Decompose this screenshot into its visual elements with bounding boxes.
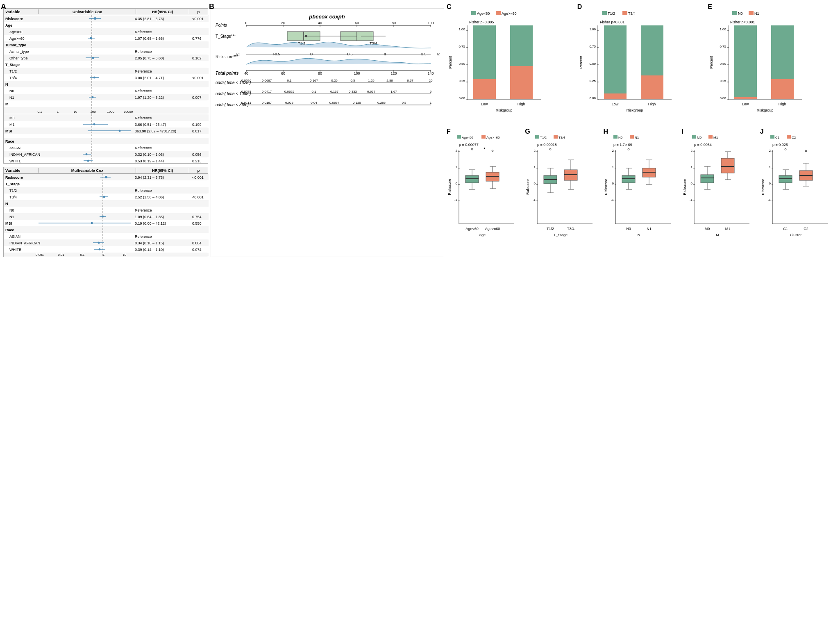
- svg-rect-430: [721, 158, 734, 173]
- svg-text:N: N: [5, 82, 8, 87]
- boxplot-g: T1/2 T3/4 p = 0.00018 2 1 0: [525, 134, 597, 244]
- svg-text:0.0526: 0.0526: [241, 79, 252, 82]
- svg-text:M: M: [5, 102, 9, 106]
- svg-text:Low: Low: [742, 102, 749, 106]
- svg-text:N0: N0: [738, 11, 743, 16]
- svg-text:10: 10: [123, 253, 127, 256]
- svg-text:-1: -1: [768, 198, 771, 202]
- svg-rect-424: [701, 175, 714, 183]
- svg-text:-0.5: -0.5: [274, 52, 280, 56]
- svg-rect-6: [4, 94, 209, 100]
- svg-text:Riskscore: Riskscore: [447, 179, 452, 195]
- svg-point-29: [92, 57, 94, 59]
- svg-point-37: [93, 77, 95, 79]
- svg-text:Age<60: Age<60: [477, 11, 490, 16]
- svg-text:Riskscore: Riskscore: [5, 17, 23, 21]
- svg-text:-1: -1: [237, 52, 240, 56]
- svg-rect-344: [554, 135, 558, 139]
- svg-text:3.08 (2.01 – 4.71): 3.08 (2.01 – 4.71): [135, 76, 164, 80]
- svg-rect-2: [4, 41, 209, 48]
- svg-text:120: 120: [390, 71, 397, 75]
- univariable-forest-plot: Riskscore 4.35 (2.81 – 6.73) <0.001 Age …: [4, 15, 209, 114]
- boxplot-h: N0 N1 p = 1.7e-09 2 1 0: [603, 134, 675, 244]
- svg-text:Age>=60: Age>=60: [486, 136, 500, 139]
- svg-text:0.25: 0.25: [331, 79, 338, 82]
- svg-text:M1: M1: [713, 136, 718, 139]
- svg-text:1.5: 1.5: [421, 52, 427, 56]
- svg-text:N: N: [5, 202, 8, 206]
- svg-text:0.084: 0.084: [192, 241, 202, 245]
- svg-text:0.25: 0.25: [459, 79, 465, 83]
- svg-text:100: 100: [427, 21, 434, 25]
- bar-chart-d: T1/2 T3/4 Fisher p<0.001 0.00 0.25 0.50: [577, 9, 698, 124]
- svg-point-315: [492, 150, 493, 152]
- svg-text:T_Stage: T_Stage: [554, 233, 568, 237]
- svg-text:0.754: 0.754: [192, 215, 202, 219]
- svg-rect-3: [4, 55, 209, 61]
- svg-text:N1: N1: [647, 227, 652, 231]
- svg-rect-253: [510, 25, 533, 66]
- svg-text:80: 80: [318, 71, 322, 75]
- svg-text:1000: 1000: [107, 110, 114, 114]
- svg-text:1: 1: [612, 165, 614, 169]
- svg-text:20: 20: [429, 79, 433, 82]
- svg-text:3.66 (0.51 – 26.47): 3.66 (0.51 – 26.47): [135, 123, 166, 127]
- svg-text:0.074: 0.074: [192, 248, 202, 252]
- svg-text:0.50: 0.50: [589, 62, 596, 66]
- svg-text:363.90 (2.82 – 47017.20): 363.90 (2.82 – 47017.20): [135, 129, 176, 133]
- svg-text:2: 2: [612, 149, 614, 153]
- svg-text:Age: Age: [479, 233, 486, 237]
- svg-point-158: [305, 35, 307, 37]
- svg-point-21: [90, 37, 92, 39]
- svg-text:-1: -1: [454, 198, 458, 202]
- univariable-forest-plot-cont: M0 Reference M1 3.66 (0.51 – 26.47) 0.19…: [4, 114, 209, 137]
- svg-text:0.00: 0.00: [589, 96, 596, 100]
- svg-text:2.86: 2.86: [386, 79, 393, 82]
- svg-text:pbccox coxph: pbccox coxph: [309, 14, 345, 20]
- svg-text:0.776: 0.776: [192, 36, 202, 41]
- svg-rect-302: [734, 97, 757, 99]
- svg-text:40: 40: [318, 21, 322, 25]
- uni-col-hr: HR(95% CI): [136, 9, 189, 14]
- svg-text:0.286: 0.286: [377, 101, 386, 105]
- svg-rect-53: [4, 114, 209, 121]
- svg-text:1: 1: [690, 165, 692, 169]
- svg-rect-301: [734, 25, 757, 97]
- svg-text:N0: N0: [618, 136, 623, 139]
- svg-text:0.667: 0.667: [367, 90, 376, 93]
- panel-j-label: J: [760, 128, 764, 135]
- svg-text:2: 2: [769, 149, 771, 153]
- svg-text:0.1: 0.1: [80, 253, 85, 256]
- svg-text:Low: Low: [481, 102, 488, 106]
- svg-text:3.94 (2.31 – 6.73): 3.94 (2.31 – 6.73): [135, 175, 164, 180]
- svg-text:0.017: 0.017: [192, 129, 202, 133]
- svg-text:10: 10: [74, 110, 77, 114]
- svg-rect-277: [604, 93, 627, 99]
- svg-rect-437: [770, 135, 774, 139]
- svg-text:M1: M1: [725, 227, 730, 231]
- svg-rect-304: [771, 79, 794, 99]
- svg-text:Fisher p<0.001: Fisher p<0.001: [600, 20, 624, 24]
- svg-rect-408: [708, 135, 713, 139]
- svg-text:Age>=60: Age>=60: [502, 11, 517, 16]
- svg-rect-254: [510, 66, 533, 99]
- svg-rect-406: [692, 135, 696, 139]
- svg-text:T3/4: T3/4: [9, 195, 17, 199]
- svg-rect-4: [4, 68, 209, 74]
- svg-text:0.167: 0.167: [310, 79, 318, 82]
- svg-text:T3/4: T3/4: [558, 136, 565, 139]
- svg-text:Riscscore: Riscscore: [761, 179, 765, 195]
- svg-text:Riskgroup: Riskgroup: [626, 108, 643, 112]
- svg-text:0: 0: [311, 52, 313, 56]
- svg-text:<0.001: <0.001: [192, 76, 204, 80]
- svg-text:60: 60: [355, 21, 359, 25]
- svg-text:M0: M0: [704, 227, 710, 231]
- svg-text:0: 0: [456, 182, 458, 185]
- svg-text:N1: N1: [754, 11, 759, 16]
- panel-a-label: A: [1, 2, 6, 11]
- svg-text:2: 2: [438, 52, 440, 56]
- svg-rect-310: [481, 135, 486, 139]
- svg-text:T1/2: T1/2: [540, 136, 547, 139]
- svg-rect-227: [496, 11, 501, 15]
- svg-text:Age<60: Age<60: [9, 30, 22, 34]
